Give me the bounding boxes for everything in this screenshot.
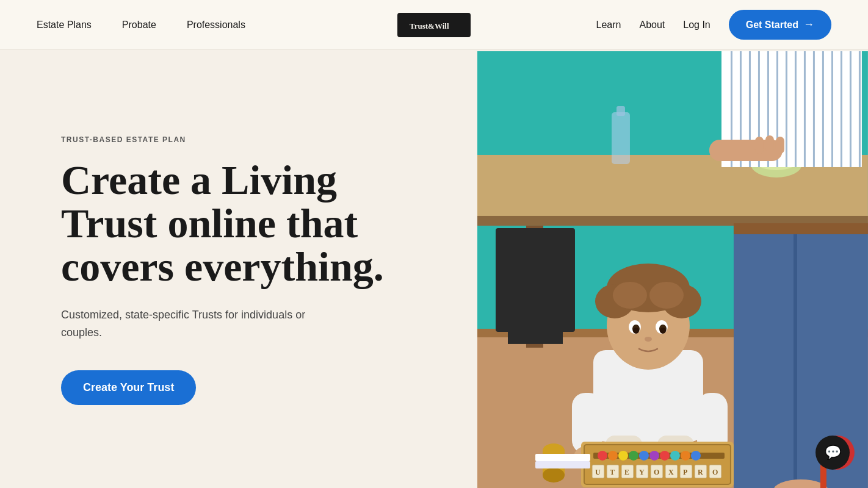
svg-text:O: O	[654, 468, 659, 476]
svg-point-63	[608, 451, 618, 461]
arrow-icon: →	[803, 18, 814, 31]
svg-text:X: X	[668, 468, 674, 476]
svg-rect-25	[813, 51, 815, 167]
logo-container[interactable]: Trust&Will	[397, 13, 471, 37]
hero-eyebrow: TRUST-BASED ESTATE PLAN	[61, 135, 441, 144]
nav-learn[interactable]: Learn	[596, 20, 621, 30]
svg-rect-97	[535, 461, 590, 468]
svg-point-69	[670, 451, 680, 461]
hero-image: U T E Y O X P R O	[477, 50, 868, 488]
svg-rect-34	[776, 137, 784, 154]
svg-rect-24	[804, 51, 806, 167]
svg-point-95	[543, 468, 565, 483]
svg-rect-33	[765, 135, 774, 152]
hero-subtitle: Customized, state-specific Trusts for in…	[61, 306, 342, 342]
svg-rect-28	[841, 51, 842, 167]
svg-point-44	[613, 282, 647, 309]
svg-point-45	[649, 282, 684, 309]
nav-professionals[interactable]: Professionals	[187, 20, 245, 30]
svg-text:R: R	[698, 468, 703, 476]
svg-rect-27	[831, 51, 833, 167]
hero-content: TRUST-BASED ESTATE PLAN Create a Living …	[0, 50, 477, 488]
nav-right: Learn About Log In Get Started →	[596, 10, 831, 40]
get-started-label: Get Started	[746, 20, 798, 30]
svg-rect-30	[859, 51, 861, 167]
svg-point-51	[660, 328, 666, 334]
create-trust-button[interactable]: Create Your Trust	[61, 370, 196, 405]
svg-point-50	[633, 328, 639, 334]
navbar: Estate Plans Probate Professionals Trust…	[0, 0, 868, 50]
svg-point-52	[645, 337, 652, 342]
svg-rect-96	[535, 454, 590, 461]
svg-rect-32	[755, 137, 764, 154]
svg-point-62	[598, 451, 607, 461]
chat-widget[interactable]: 💬	[816, 436, 850, 470]
hero-section: TRUST-BASED ESTATE PLAN Create a Living …	[0, 50, 868, 488]
nav-about[interactable]: About	[639, 20, 665, 30]
nav-login[interactable]: Log In	[683, 20, 710, 30]
svg-rect-26	[822, 51, 824, 167]
hero-scene-svg: U T E Y O X P R O	[477, 50, 868, 488]
svg-text:T: T	[610, 468, 615, 476]
nav-probate[interactable]: Probate	[122, 20, 156, 30]
svg-point-64	[618, 451, 628, 461]
svg-point-65	[629, 451, 638, 461]
svg-rect-36	[794, 226, 797, 488]
get-started-button[interactable]: Get Started →	[729, 10, 831, 40]
svg-rect-22	[786, 51, 787, 167]
svg-point-66	[639, 451, 649, 461]
svg-text:P: P	[683, 468, 687, 476]
logo[interactable]: Trust&Will	[397, 13, 471, 37]
nav-estate-plans[interactable]: Estate Plans	[37, 20, 92, 30]
svg-text:Y: Y	[639, 468, 645, 476]
chat-icon: 💬	[825, 445, 841, 461]
svg-rect-37	[734, 223, 868, 234]
svg-text:E: E	[624, 468, 629, 476]
svg-point-68	[660, 451, 670, 461]
svg-text:U: U	[595, 468, 601, 476]
svg-rect-11	[612, 112, 630, 164]
svg-text:O: O	[712, 468, 718, 476]
svg-text:Trust&Will: Trust&Will	[410, 21, 449, 30]
svg-point-71	[691, 451, 701, 461]
hero-title: Create a Living Trust online that covers…	[61, 159, 391, 289]
svg-rect-29	[850, 51, 852, 167]
svg-rect-9	[496, 228, 575, 332]
svg-rect-23	[795, 51, 797, 167]
svg-point-70	[681, 451, 690, 461]
svg-rect-12	[617, 106, 625, 116]
nav-left: Estate Plans Probate Professionals	[37, 20, 245, 30]
svg-point-67	[649, 451, 659, 461]
svg-rect-10	[508, 332, 563, 344]
